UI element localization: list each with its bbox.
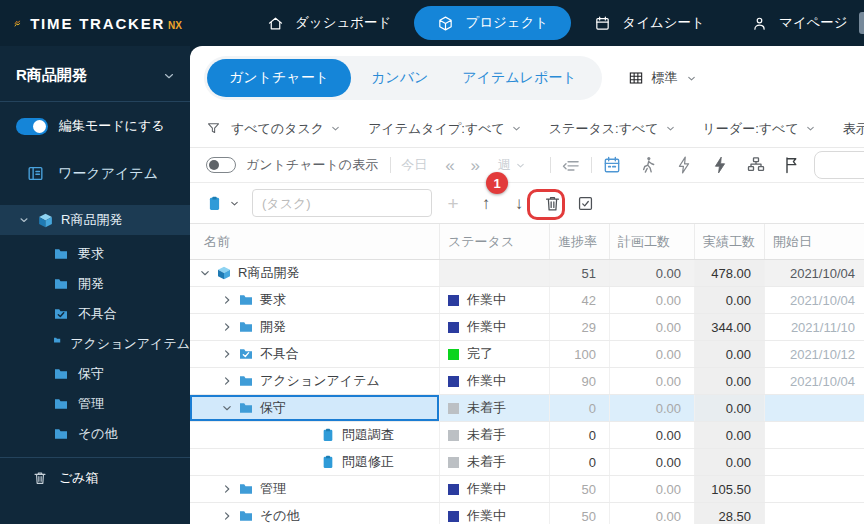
row-progress-cell[interactable]: 90 [550, 368, 610, 394]
row-actual-effort-cell[interactable]: 0.00 [695, 395, 765, 421]
sidebar-folder-item[interactable]: アクションアイテム [0, 329, 190, 359]
table-row[interactable]: 要求作業中420.000.002021/10/04 [190, 287, 864, 314]
tab-gantt-chart[interactable]: ガントチャート [207, 59, 351, 97]
row-name-cell[interactable]: アクションアイテム [190, 368, 440, 394]
period-select[interactable]: 週 [498, 156, 526, 174]
table-row[interactable]: 保守未着手00.000.00 [190, 395, 864, 422]
filter-dropdown[interactable]: ステータス:すべて [549, 120, 676, 138]
prev-period-button[interactable]: « [445, 157, 454, 174]
row-progress-cell[interactable]: 0 [550, 449, 610, 475]
row-actual-effort-cell[interactable]: 0.00 [695, 341, 765, 367]
row-name-cell[interactable]: 管理 [190, 476, 440, 502]
tab-item-report[interactable]: アイテムレポート [445, 69, 593, 87]
row-planned-effort-cell[interactable]: 0.00 [610, 260, 695, 286]
project-selector[interactable]: R商品開発 [0, 46, 190, 102]
flag-icon[interactable] [782, 155, 802, 175]
chevron-right-icon[interactable] [220, 347, 234, 361]
new-task-input[interactable] [252, 189, 432, 217]
row-planned-effort-cell[interactable]: 0.00 [610, 503, 695, 524]
column-header[interactable]: 名前 [190, 224, 440, 259]
row-start-date-cell[interactable]: 2021/10/12 [765, 341, 864, 367]
row-progress-cell[interactable]: 50 [550, 476, 610, 502]
row-progress-cell[interactable]: 29 [550, 314, 610, 340]
chevron-right-icon[interactable] [220, 293, 234, 307]
view-selector[interactable]: 標準 [628, 69, 697, 87]
row-start-date-cell[interactable] [765, 476, 864, 502]
milestone-icon[interactable] [561, 155, 581, 175]
row-status-cell[interactable]: 作業中 [440, 368, 550, 394]
nav-item-mypage[interactable]: マイページ [728, 6, 864, 40]
row-status-cell[interactable]: 未着手 [440, 395, 550, 421]
table-row[interactable]: R商品開発510.00478.002021/10/04 [190, 260, 864, 287]
column-header[interactable]: 進捗率 [550, 224, 610, 259]
table-row[interactable]: 問題調査未着手00.000.00 [190, 422, 864, 449]
today-button[interactable]: 今日 [401, 156, 427, 174]
row-planned-effort-cell[interactable]: 0.00 [610, 395, 695, 421]
edit-mode-toggle[interactable] [16, 118, 48, 135]
chevron-down-icon[interactable] [18, 214, 30, 226]
chevron-down-icon[interactable] [220, 401, 234, 415]
row-name-cell[interactable]: その他 [190, 503, 440, 524]
filter-funnel-icon[interactable] [206, 121, 221, 136]
table-row[interactable]: 開発作業中290.00344.002021/11/10 [190, 314, 864, 341]
table-row[interactable]: 不具合完了1000.000.002021/10/12 [190, 341, 864, 368]
filter-dropdown[interactable]: 表示階層:レベル [843, 120, 864, 138]
row-actual-effort-cell[interactable]: 478.00 [695, 260, 765, 286]
hierarchy-icon[interactable] [746, 155, 766, 175]
filter-dropdown[interactable]: リーダー:すべて [703, 120, 816, 138]
chevron-down-icon[interactable] [198, 266, 212, 280]
row-planned-effort-cell[interactable]: 0.00 [610, 476, 695, 502]
row-name-cell[interactable]: R商品開発 [190, 260, 440, 286]
move-down-button[interactable]: ↓ [507, 191, 531, 215]
row-name-cell[interactable]: 要求 [190, 287, 440, 313]
column-header[interactable]: ステータス [440, 224, 550, 259]
nav-item-timesheet[interactable]: タイムシート [571, 6, 728, 40]
edit-mode-toggle-row[interactable]: 編集モードにする [0, 102, 190, 150]
row-status-cell[interactable]: 作業中 [440, 314, 550, 340]
row-start-date-cell[interactable]: 2021/10/04 [765, 287, 864, 313]
chevron-right-icon[interactable] [220, 509, 234, 523]
row-progress-cell[interactable]: 0 [550, 395, 610, 421]
row-planned-effort-cell[interactable]: 0.00 [610, 341, 695, 367]
row-progress-cell[interactable]: 0 [550, 422, 610, 448]
row-status-cell[interactable]: 未着手 [440, 422, 550, 448]
row-start-date-cell[interactable] [765, 422, 864, 448]
next-period-button[interactable]: » [471, 157, 480, 174]
row-start-date-cell[interactable]: 2021/10/04 [765, 368, 864, 394]
bolt-outline-icon[interactable] [674, 155, 694, 175]
row-status-cell[interactable] [440, 260, 550, 286]
row-planned-effort-cell[interactable]: 0.00 [610, 422, 695, 448]
nav-item-project[interactable]: プロジェクト [414, 6, 571, 40]
sidebar-folder-item[interactable]: 管理 [0, 389, 190, 419]
row-planned-effort-cell[interactable]: 0.00 [610, 287, 695, 313]
row-name-cell[interactable]: 開発 [190, 314, 440, 340]
row-planned-effort-cell[interactable]: 0.00 [610, 368, 695, 394]
row-actual-effort-cell[interactable]: 0.00 [695, 287, 765, 313]
sidebar-tree-root-project[interactable]: R商品開発 [0, 205, 190, 235]
row-actual-effort-cell[interactable]: 28.50 [695, 503, 765, 524]
chevron-right-icon[interactable] [220, 482, 234, 496]
table-row[interactable]: アクションアイテム作業中900.000.002021/10/04 [190, 368, 864, 395]
sidebar-folder-item[interactable]: その他 [0, 419, 190, 449]
row-start-date-cell[interactable] [765, 395, 864, 421]
table-row[interactable]: 管理作業中500.00105.50 [190, 476, 864, 503]
row-status-cell[interactable]: 作業中 [440, 503, 550, 524]
row-start-date-cell[interactable] [765, 503, 864, 524]
sidebar-item-trash[interactable]: ごみ箱 [0, 458, 190, 498]
table-row[interactable]: 問題修正未着手00.000.00 [190, 449, 864, 476]
calendar-icon[interactable] [602, 155, 622, 175]
sidebar-folder-item[interactable]: 保守 [0, 359, 190, 389]
nav-item-dashboard[interactable]: ダッシュボード [244, 6, 414, 40]
filter-dropdown[interactable]: アイテムタイプ:すべて [368, 120, 522, 138]
row-name-cell[interactable]: 保守 [190, 395, 440, 421]
sidebar-folder-item[interactable]: 開発 [0, 269, 190, 299]
chevron-right-icon[interactable] [220, 374, 234, 388]
row-status-cell[interactable]: 完了 [440, 341, 550, 367]
row-actual-effort-cell[interactable]: 105.50 [695, 476, 765, 502]
row-planned-effort-cell[interactable]: 0.00 [610, 314, 695, 340]
row-status-cell[interactable]: 作業中 [440, 476, 550, 502]
row-progress-cell[interactable]: 50 [550, 503, 610, 524]
sidebar-folder-item[interactable]: 不具合 [0, 299, 190, 329]
column-header[interactable]: 計画工数 [610, 224, 695, 259]
sidebar-item-workitems[interactable]: ワークアイテム [0, 150, 190, 199]
